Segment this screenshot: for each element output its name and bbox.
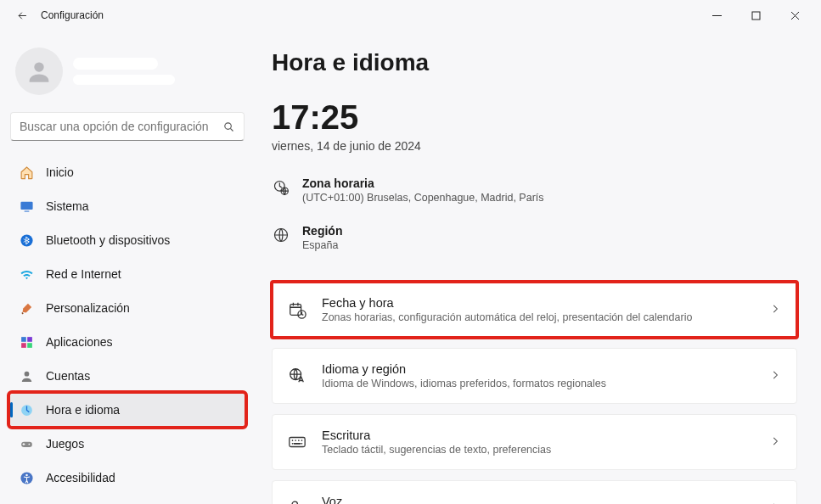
chevron-right-icon bbox=[769, 369, 781, 384]
nav-label: Red e Internet bbox=[46, 267, 121, 281]
wifi-icon bbox=[19, 266, 34, 282]
person-icon bbox=[25, 57, 53, 86]
window-controls bbox=[697, 0, 814, 31]
nav-network[interactable]: Red e Internet bbox=[10, 258, 245, 290]
calendar-clock-icon bbox=[288, 300, 306, 319]
card-title: Idioma y región bbox=[322, 362, 754, 376]
timezone-label: Zona horaria bbox=[302, 176, 544, 190]
profile-email-placeholder bbox=[73, 75, 175, 85]
maximize-button[interactable] bbox=[736, 0, 775, 31]
svg-rect-8 bbox=[21, 343, 26, 348]
search-input[interactable] bbox=[20, 120, 222, 133]
timezone-icon bbox=[272, 178, 290, 197]
clock-time: 17:25 bbox=[272, 100, 509, 134]
svg-rect-9 bbox=[27, 343, 32, 348]
region-label: Región bbox=[302, 224, 342, 238]
keyboard-icon bbox=[288, 433, 306, 451]
titlebar: Configuración bbox=[0, 0, 821, 31]
profile-block[interactable] bbox=[10, 37, 245, 110]
chevron-right-icon bbox=[769, 303, 781, 317]
system-icon bbox=[19, 199, 34, 214]
svg-point-13 bbox=[28, 443, 30, 445]
clock-date: viernes, 14 de junio de 2024 bbox=[272, 139, 509, 153]
chevron-right-icon bbox=[769, 501, 781, 505]
svg-rect-22 bbox=[290, 438, 305, 447]
close-icon bbox=[790, 11, 800, 20]
page-title: Hora e idioma bbox=[272, 49, 797, 76]
chevron-right-icon bbox=[769, 435, 781, 450]
svg-rect-7 bbox=[27, 337, 32, 342]
settings-cards: Fecha y hora Zonas horarias, configuraci… bbox=[272, 282, 797, 504]
sidebar: Inicio Sistema Bluetooth y dispositivos … bbox=[0, 31, 255, 504]
gamepad-icon bbox=[19, 436, 34, 451]
accounts-icon bbox=[19, 368, 34, 384]
nav-apps[interactable]: Aplicaciones bbox=[10, 326, 245, 358]
meta-column: Zona horaria (UTC+01:00) Bruselas, Copen… bbox=[272, 176, 544, 251]
back-button[interactable] bbox=[7, 0, 37, 31]
region-value: España bbox=[302, 239, 342, 251]
avatar bbox=[15, 48, 63, 95]
clock-block: 17:25 viernes, 14 de junio de 2024 bbox=[272, 100, 509, 153]
card-title: Fecha y hora bbox=[322, 296, 754, 310]
card-language-region[interactable]: Idioma y región Idioma de Windows, idiom… bbox=[272, 348, 797, 404]
region-block: Región España bbox=[272, 224, 544, 251]
language-icon bbox=[288, 367, 306, 385]
svg-rect-6 bbox=[21, 337, 26, 342]
nav-label: Sistema bbox=[46, 199, 89, 213]
svg-rect-4 bbox=[24, 210, 29, 211]
profile-info bbox=[73, 58, 175, 85]
minimize-button[interactable] bbox=[697, 0, 736, 31]
nav-label: Juegos bbox=[46, 437, 84, 451]
nav-personalization[interactable]: Personalización bbox=[10, 292, 245, 324]
nav-bluetooth[interactable]: Bluetooth y dispositivos bbox=[10, 224, 245, 256]
card-subtitle: Idioma de Windows, idiomas preferidos, f… bbox=[322, 378, 754, 389]
card-date-time[interactable]: Fecha y hora Zonas horarias, configuraci… bbox=[272, 282, 797, 338]
card-subtitle: Teclado táctil, sugerencias de texto, pr… bbox=[322, 444, 754, 456]
svg-rect-0 bbox=[752, 12, 760, 20]
nav-accessibility[interactable]: Accesibilidad bbox=[10, 462, 245, 494]
window-title: Configuración bbox=[41, 9, 104, 21]
close-button[interactable] bbox=[775, 0, 814, 31]
arrow-left-icon bbox=[16, 9, 29, 22]
apps-icon bbox=[19, 334, 34, 350]
nav-label: Bluetooth y dispositivos bbox=[46, 233, 170, 247]
profile-name-placeholder bbox=[73, 58, 158, 70]
svg-rect-3 bbox=[20, 201, 32, 209]
nav-label: Cuentas bbox=[46, 369, 90, 383]
bluetooth-icon bbox=[19, 232, 34, 248]
svg-point-15 bbox=[25, 473, 28, 476]
minimize-icon bbox=[712, 11, 722, 20]
maximize-icon bbox=[751, 11, 761, 20]
svg-rect-19 bbox=[290, 305, 301, 316]
timezone-block: Zona horaria (UTC+01:00) Bruselas, Copen… bbox=[272, 176, 544, 204]
nav-games[interactable]: Juegos bbox=[10, 428, 245, 460]
main-content: Hora e idioma 17:25 viernes, 14 de junio… bbox=[255, 31, 821, 504]
info-row: 17:25 viernes, 14 de junio de 2024 Zona … bbox=[272, 100, 797, 251]
nav-label: Hora e idioma bbox=[46, 403, 120, 417]
nav-time-highlight: Hora e idioma bbox=[10, 394, 245, 426]
timezone-value: (UTC+01:00) Bruselas, Copenhague, Madrid… bbox=[302, 192, 544, 204]
clock-globe-icon bbox=[19, 402, 34, 417]
svg-point-10 bbox=[24, 371, 29, 376]
nav-label: Personalización bbox=[46, 301, 130, 315]
nav-home[interactable]: Inicio bbox=[10, 156, 245, 188]
search-box[interactable] bbox=[10, 112, 245, 141]
card-title: Escritura bbox=[322, 428, 754, 442]
nav-list: Inicio Sistema Bluetooth y dispositivos … bbox=[10, 156, 245, 494]
accessibility-icon bbox=[19, 470, 34, 485]
nav-time-language[interactable]: Hora e idioma bbox=[10, 394, 245, 426]
nav-system[interactable]: Sistema bbox=[10, 190, 245, 222]
speech-icon bbox=[288, 499, 306, 504]
svg-point-1 bbox=[34, 62, 43, 71]
svg-point-2 bbox=[225, 122, 232, 129]
nav-label: Accesibilidad bbox=[46, 471, 115, 484]
brush-icon bbox=[19, 300, 34, 316]
globe-icon bbox=[272, 226, 290, 244]
card-speech[interactable]: Voz Idioma de voz, configuración de micr… bbox=[272, 480, 797, 504]
card-subtitle: Zonas horarias, configuración automática… bbox=[322, 311, 754, 323]
card-title: Voz bbox=[322, 495, 754, 504]
nav-accounts[interactable]: Cuentas bbox=[10, 360, 245, 392]
home-icon bbox=[19, 165, 34, 180]
nav-label: Inicio bbox=[46, 165, 74, 179]
card-typing[interactable]: Escritura Teclado táctil, sugerencias de… bbox=[272, 414, 797, 470]
